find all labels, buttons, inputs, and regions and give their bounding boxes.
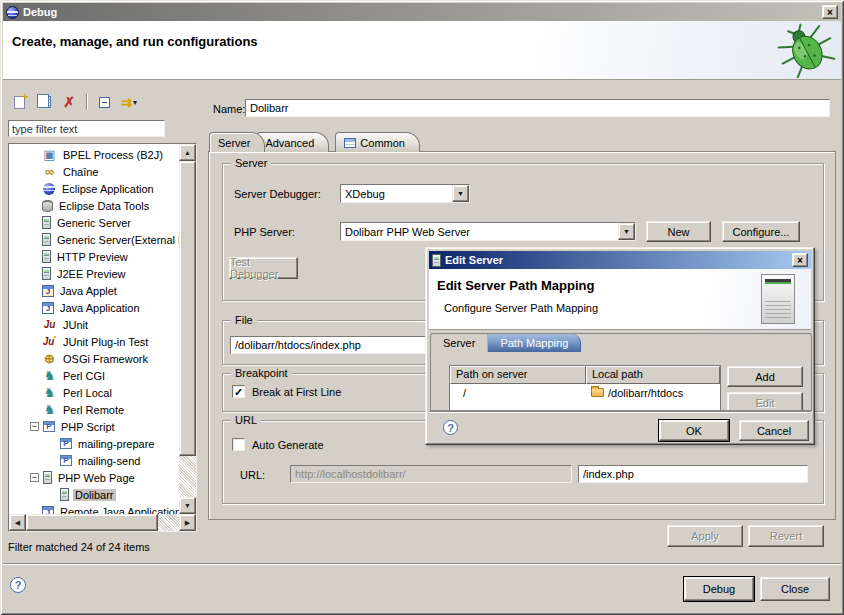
collapse-all-button[interactable] bbox=[93, 92, 115, 112]
name-input[interactable] bbox=[245, 99, 830, 117]
apply-button[interactable]: Apply bbox=[667, 525, 743, 547]
close-button[interactable]: Close bbox=[760, 577, 830, 601]
tree-item-junit-plug-in-test[interactable]: JUnit Plug-in Test bbox=[10, 333, 179, 350]
close-icon: × bbox=[797, 255, 803, 266]
config-tree-box: BPEL Process (B2J)ChaîneEclipse Applicat… bbox=[8, 143, 197, 532]
tree-item-osgi-framework[interactable]: OSGi Framework bbox=[10, 350, 179, 367]
horizontal-scroll-thumb[interactable] bbox=[26, 514, 158, 531]
tree-item-java-applet[interactable]: Java Applet bbox=[10, 282, 179, 299]
php-server-combo[interactable]: Dolibarr PHP Web Server bbox=[340, 222, 636, 241]
help-button[interactable]: ? bbox=[10, 577, 26, 593]
tree-item-eclipse-application[interactable]: Eclipse Application bbox=[10, 180, 179, 197]
tree-item-label: Chaîne bbox=[61, 166, 100, 178]
perl-icon bbox=[42, 369, 57, 383]
tree-item-label: PHP Script bbox=[59, 421, 117, 433]
tree-item-generic-server[interactable]: Generic Server bbox=[10, 214, 179, 231]
ok-button[interactable]: OK bbox=[659, 420, 729, 441]
tree-item-mailing-prepare[interactable]: mailing-prepare bbox=[10, 435, 179, 452]
tab-server-settings[interactable]: Server bbox=[431, 334, 488, 352]
dialog-help-button[interactable]: ? bbox=[443, 420, 458, 435]
php-web-icon bbox=[43, 471, 52, 484]
revert-button[interactable]: Revert bbox=[748, 525, 824, 547]
tab-server[interactable]: Server bbox=[209, 132, 265, 152]
path-mapping-row[interactable]: //dolibarr/htdocs bbox=[450, 384, 720, 401]
debug-button[interactable]: Debug bbox=[684, 577, 754, 601]
banner-title: Create, manage, and run configurations bbox=[12, 34, 258, 49]
tree-item-label: Eclipse Application bbox=[60, 183, 156, 195]
path-mapping-table: Path on server Local path //dolibarr/htd… bbox=[449, 365, 721, 411]
tab-advanced[interactable]: Advanced bbox=[256, 132, 329, 152]
url-path-input[interactable] bbox=[578, 465, 808, 483]
tree-horizontal-scrollbar[interactable]: ◀ ▶ bbox=[9, 514, 196, 531]
duplicate-config-button[interactable] bbox=[33, 92, 55, 112]
tree-item-j2ee-preview[interactable]: J2EE Preview bbox=[10, 265, 179, 282]
edit-mapping-button[interactable]: Edit bbox=[727, 392, 803, 411]
path-mapping-panel: Path on server Local path //dolibarr/htd… bbox=[430, 352, 812, 411]
test-debugger-button[interactable]: Test Debugger bbox=[229, 257, 298, 279]
tree-item-generic-server-external-la[interactable]: Generic Server(External La bbox=[10, 231, 179, 248]
edit-server-subheading: Configure Server Path Mapping bbox=[444, 302, 598, 314]
scroll-up-button[interactable]: ▲ bbox=[179, 144, 196, 161]
tree-item-java-application[interactable]: Java Application bbox=[10, 299, 179, 316]
php-web-icon bbox=[60, 488, 69, 501]
tree-item-bpel-process-b2j[interactable]: BPEL Process (B2J) bbox=[10, 146, 179, 163]
tree-item-cha-ne[interactable]: Chaîne bbox=[10, 163, 179, 180]
tree-item-perl-remote[interactable]: Perl Remote bbox=[10, 401, 179, 418]
tree-item-http-preview[interactable]: HTTP Preview bbox=[10, 248, 179, 265]
url-label: URL: bbox=[240, 469, 265, 481]
tree-item-perl-cgi[interactable]: Perl CGI bbox=[10, 367, 179, 384]
tree-item-remote-java-application[interactable]: Remote Java Application bbox=[10, 503, 179, 514]
tree-expander-minus-icon[interactable]: − bbox=[30, 473, 39, 482]
tree-item-php-web-page[interactable]: −PHP Web Page bbox=[10, 469, 179, 486]
window-close-button[interactable]: × bbox=[822, 5, 838, 19]
path-mapping-header: Path on server Local path bbox=[450, 366, 720, 384]
chevron-down-icon[interactable] bbox=[452, 185, 469, 202]
tree-item-label: Perl CGI bbox=[61, 370, 107, 382]
cancel-button[interactable]: Cancel bbox=[739, 420, 809, 441]
tree-item-junit[interactable]: JUnit bbox=[10, 316, 179, 333]
new-server-button[interactable]: New bbox=[646, 221, 711, 242]
filter-configs-button[interactable]: ▾ bbox=[118, 92, 140, 112]
auto-generate-checkbox[interactable]: ✓ bbox=[232, 438, 245, 451]
junit-plugin-icon bbox=[42, 335, 57, 349]
tree-item-eclipse-data-tools[interactable]: Eclipse Data Tools bbox=[10, 197, 179, 214]
tree-item-dolibarr[interactable]: Dolibarr bbox=[10, 486, 179, 503]
dropdown-caret-icon[interactable]: ▾ bbox=[133, 98, 137, 107]
column-path-on-server[interactable]: Path on server bbox=[450, 366, 586, 384]
tab-path-mapping[interactable]: Path Mapping bbox=[488, 334, 581, 352]
scroll-down-button[interactable]: ▼ bbox=[179, 497, 196, 514]
chevron-down-icon[interactable] bbox=[618, 223, 635, 240]
new-config-button[interactable] bbox=[8, 92, 30, 112]
server-icon bbox=[42, 233, 51, 246]
path-on-server-cell: / bbox=[450, 384, 586, 401]
tab-common[interactable]: Common bbox=[335, 132, 420, 152]
tree-item-mailing-send[interactable]: mailing-send bbox=[10, 452, 179, 469]
local-path-value: /dolibarr/htdocs bbox=[608, 387, 683, 399]
configure-server-button[interactable]: Configure... bbox=[722, 221, 800, 242]
tree-item-php-script[interactable]: −PHP Script bbox=[10, 418, 179, 435]
break-first-line-label: Break at First Line bbox=[252, 386, 341, 398]
edit-server-titlebar: Edit Server × bbox=[429, 251, 811, 269]
filter-input[interactable] bbox=[8, 120, 165, 137]
tree-item-label: JUnit Plug-in Test bbox=[61, 336, 150, 348]
tree-item-label: Remote Java Application bbox=[58, 506, 179, 515]
server-debugger-combo[interactable]: XDebug bbox=[340, 184, 470, 203]
config-tab-bar: Server Advanced Common bbox=[209, 131, 411, 152]
tree-item-label: BPEL Process (B2J) bbox=[61, 149, 165, 161]
tree-item-label: Generic Server(External La bbox=[55, 234, 179, 246]
add-mapping-button[interactable]: Add bbox=[727, 366, 803, 387]
break-first-line-checkbox[interactable]: ✓ bbox=[232, 385, 245, 398]
debug-window: Debug × Create, manage, and run configur… bbox=[0, 0, 844, 615]
column-local-path[interactable]: Local path bbox=[586, 366, 720, 384]
delete-config-button[interactable] bbox=[58, 92, 80, 112]
scroll-left-button[interactable]: ◀ bbox=[9, 514, 26, 531]
vertical-scroll-thumb[interactable] bbox=[179, 161, 196, 456]
path-mapping-rows: //dolibarr/htdocs bbox=[450, 384, 720, 401]
scroll-right-button[interactable]: ▶ bbox=[179, 514, 196, 531]
toolbar-separator bbox=[86, 94, 87, 110]
tree-expander-minus-icon[interactable]: − bbox=[30, 422, 39, 431]
edit-server-close-button[interactable]: × bbox=[792, 253, 808, 267]
tree-vertical-scrollbar[interactable]: ▲ ▼ bbox=[179, 144, 196, 514]
eclipse-logo-icon bbox=[6, 6, 19, 19]
tree-item-perl-local[interactable]: Perl Local bbox=[10, 384, 179, 401]
